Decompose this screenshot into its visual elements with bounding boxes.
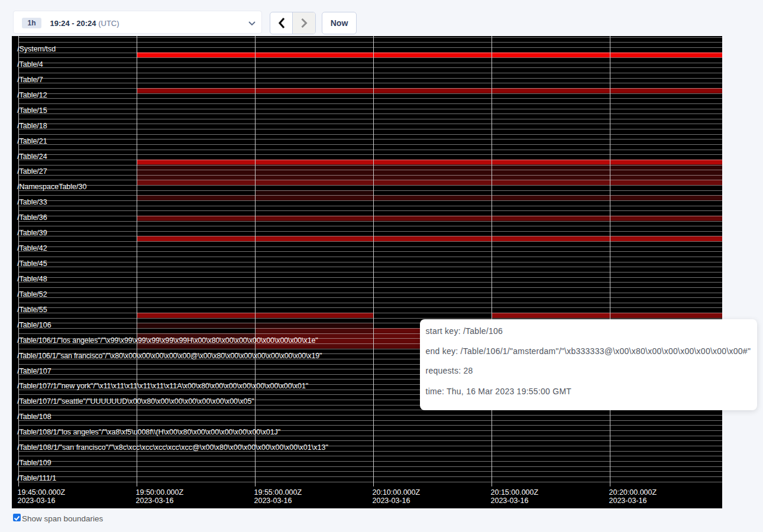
svg-text:/Table/39: /Table/39	[17, 229, 47, 237]
svg-text:/Table/24: /Table/24	[17, 152, 47, 160]
svg-text:/Table/21: /Table/21	[17, 137, 47, 145]
svg-text:/Table/42: /Table/42	[17, 244, 47, 252]
svg-text:/NamespaceTable/30: /NamespaceTable/30	[17, 183, 86, 191]
svg-text:/Table/108: /Table/108	[17, 413, 51, 421]
svg-text:/Table/48: /Table/48	[17, 274, 47, 283]
svg-text:/Table/45: /Table/45	[17, 259, 47, 267]
svg-text:/Table/107/1/"seattle"/"UUUUUU: /Table/107/1/"seattle"/"UUUUUUD\x00\x80\…	[17, 397, 254, 406]
svg-text:/Table/18: /Table/18	[17, 121, 47, 129]
svg-text:2023-03-16: 2023-03-16	[254, 497, 292, 505]
svg-text:/Table/7: /Table/7	[17, 76, 43, 84]
svg-text:/Table/106/1/"san francisco"/": /Table/106/1/"san francisco"/"\x80\x00\x…	[17, 351, 322, 359]
svg-text:/Table/108/1/"san francisco"/": /Table/108/1/"san francisco"/"\x8c\xcc\x…	[17, 443, 328, 452]
svg-text:20:15:00.000Z: 20:15:00.000Z	[491, 488, 539, 496]
svg-text:/Table/109: /Table/109	[17, 459, 51, 467]
svg-text:2023-03-16: 2023-03-16	[136, 497, 174, 505]
svg-text:20:10:00.000Z: 20:10:00.000Z	[373, 488, 421, 496]
svg-text:2023-03-16: 2023-03-16	[609, 497, 647, 505]
svg-text:2023-03-16: 2023-03-16	[373, 497, 410, 505]
svg-text:/Table/33: /Table/33	[17, 198, 47, 206]
svg-text:/Table/55: /Table/55	[17, 305, 47, 313]
svg-text:19:45:00.000Z: 19:45:00.000Z	[18, 488, 66, 496]
svg-text:/Table/4: /Table/4	[17, 60, 43, 69]
svg-text:/Table/27: /Table/27	[17, 167, 47, 176]
svg-text:/System/tsd: /System/tsd	[17, 45, 56, 53]
svg-text:/Table/36: /Table/36	[17, 213, 47, 222]
svg-text:20:20:00.000Z: 20:20:00.000Z	[609, 488, 657, 496]
svg-text:/Table/107/1/"new york"/"\x11\: /Table/107/1/"new york"/"\x11\x11\x11\x1…	[17, 382, 308, 390]
svg-text:2023-03-16: 2023-03-16	[491, 497, 529, 505]
svg-text:19:50:00.000Z: 19:50:00.000Z	[136, 488, 184, 496]
svg-text:/Table/111/1: /Table/111/1	[17, 474, 56, 482]
svg-text:19:55:00.000Z: 19:55:00.000Z	[254, 488, 302, 496]
svg-text:/Table/52: /Table/52	[17, 290, 47, 298]
svg-text:/Table/107: /Table/107	[17, 366, 51, 375]
svg-text:/Table/12: /Table/12	[17, 90, 47, 99]
svg-text:/Table/15: /Table/15	[17, 106, 47, 114]
svg-text:/Table/108/1/"los angeles"/"\x: /Table/108/1/"los angeles"/"\xa8\xf5\u00…	[17, 428, 280, 436]
svg-text:/Table/106: /Table/106	[17, 320, 51, 329]
svg-text:2023-03-16: 2023-03-16	[18, 497, 56, 505]
svg-text:/Table/106/1/"los angeles"/"\x: /Table/106/1/"los angeles"/"\x99\x99\x99…	[17, 336, 318, 344]
